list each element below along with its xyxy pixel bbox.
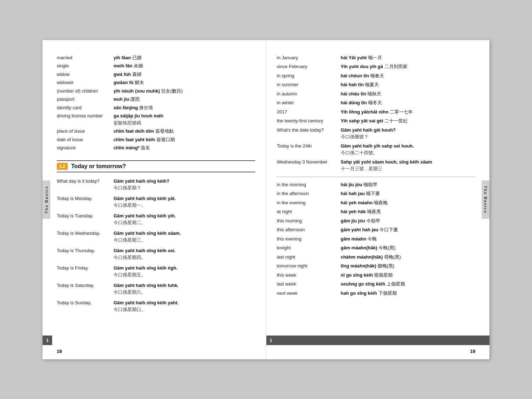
vocab-cantonese: gwāan fū 鰥夫 [113,79,255,86]
vocab-cantonese: gwá fúh 寡婦 [113,71,255,78]
time-vocab-row: this eveninggām máahn 今晚 [277,235,476,243]
right-vocab-cantonese: hái hah tīn 喺夏天 [341,81,476,88]
right-vocab-row: Today is the 24thGām yaht haih yih sahp … [277,143,476,156]
right-vocab-english: the twenty-first century [277,117,341,124]
section-badge: 1.2 [57,163,68,170]
right-vocab-cantonese: Sahp yāt yuht sāam houh, sīng kèih sāam十… [341,159,476,172]
time-vocab-cantonese: chàhm máahn(hāk) 尋晚(黑) [341,254,476,261]
vocab-row: (number of) childrenyih néuih (sou muhk)… [57,88,255,95]
divider [277,177,476,177]
time-vocab-row: in the morninghái jīu jóu 喺朝早 [277,181,476,188]
vocab-cantonese: yih néuih (sou muhk) 兒女(數目) [113,88,255,95]
vocab-english: identity card [57,104,113,111]
time-vocab-cantonese: gām máahn(hāk) 今晚(黑) [341,244,476,251]
right-vocab-cantonese: Gām yaht haih géi houh?今口係幾號？ [341,127,476,140]
dialog-english: What day is it today? [57,178,113,192]
time-vocab-english: this afternoon [277,226,341,233]
time-vocab-english: tonight [277,244,341,251]
right-vocab-row: Wednesday 3 NovemberSahp yāt yuht sāam h… [277,159,476,172]
time-vocab-cantonese: gām yaht hah jau 今口下晝 [341,226,476,233]
right-vocab-english: in summer [277,81,341,88]
vocab-cantonese: chīm méng* 簽名 [113,144,255,151]
right-vocab-cantonese: hái dūng tīn 喺冬天 [341,99,476,106]
right-vocab-english: 2017 [277,109,341,116]
vocab-english: single [57,62,113,70]
dialog-row: Today is Sunday.Gām yaht haih sīng kèih … [57,299,255,313]
time-vocab-cantonese: seuhng go sīng kèih 上個星期 [341,281,476,288]
page-number-left: 18 [57,349,62,354]
left-page: The Basics marriedyíh fāan 已婚singlemeih … [43,40,266,359]
right-vocab-english: in January [277,54,341,61]
time-vocab-row: last nightchàhm máahn(hāk) 尋晚(黑) [277,254,476,261]
vocab-cantonese: ga sáijāp jiu houh máh 駕駛執照號碼 [113,112,255,126]
time-vocab-english: last week [277,281,341,288]
dialog-english: Today is Sunday. [57,299,113,313]
time-vocab-row: last weekseuhng go sīng kèih 上個星期 [277,281,476,288]
right-vocab-english: since February [277,63,341,70]
dialog-english: Today is Thursday. [57,247,113,261]
right-vocab-row: in springhái chēun tīn 喺春天 [277,72,476,79]
time-vocab-english: next week [277,290,341,297]
time-vocab-english: this week [277,272,341,279]
time-vocab-cantonese: gām máahn 今晚 [341,235,476,243]
right-vocab-english: Wednesday 3 November [277,159,341,166]
right-vocab-table: in Januaryhái Yāt yuht 喺一月since February… [277,54,476,172]
dialog-row: Today is Wednesday.Gām yaht haih sīng kè… [57,230,255,244]
vocab-english: widower [57,79,113,86]
dialog-english: Today is Saturday. [57,282,113,296]
time-vocab-english: at night [277,208,341,215]
right-vocab-row: in winterhái dūng tīn 喺冬天 [277,99,476,106]
time-vocab-row: this morninggām jīu jóu 今朝早 [277,217,476,225]
vocab-english: widow [57,71,113,78]
dialog-english: Today is Friday. [57,265,113,278]
time-vocab-english: this morning [277,217,341,225]
vocab-english: signature [57,144,113,151]
time-vocab-cantonese: hah go sīng kèih 下個星期 [341,290,476,297]
page-number-right: 19 [470,349,475,354]
left-vocab-table: marriedyíh fāan 已婚singlemeih fān 未婚widow… [57,54,255,151]
vocab-cantonese: wuh jiu 護照 [113,96,255,103]
vocab-row: marriedyíh fāan 已婚 [57,54,255,61]
dialog-row: What day is it today?Gām yaht haih sīng … [57,178,255,192]
time-vocab-cantonese: gām jīu jóu 今朝早 [341,217,476,225]
dialog-row: Today is Friday.Gām yaht haih sīng kèih … [57,265,255,278]
right-vocab-cantonese: Yih lihng yātchāt nìhn 二零一七年 [341,109,476,116]
time-vocab-row: next weekhah go sīng kèih 下個星期 [277,290,476,297]
right-vocab-row: What's the date today?Gām yaht haih géi … [277,127,476,140]
section-header: 1.2 Today or tomorrow? [57,160,255,172]
time-vocab-row: in the eveninghái yeh máahn 喺夜晚 [277,199,476,206]
time-vocab-table: in the morninghái jīu jóu 喺朝早in the afte… [277,181,476,297]
book-spread: The Basics marriedyíh fāan 已婚singlemeih … [43,40,489,359]
time-vocab-cantonese: hái jīu jóu 喺朝早 [341,181,476,188]
time-vocab-english: in the evening [277,199,341,206]
dialog-cantonese: Gām yaht haih sīng kèih?今口係星期？ [113,178,255,192]
dialog-cantonese: Gām yaht haih sīng kèih yāt.今口係星期一。 [113,195,255,209]
dialog-row: Today is Monday.Gām yaht haih sīng kèih … [57,195,255,209]
time-vocab-row: tonightgām máahn(hāk) 今晚(黑) [277,244,476,251]
right-vocab-row: since FebruaryYih yuht dou yìh gā 二月到而家 [277,63,476,70]
right-vocab-row: in Januaryhái Yāt yuht 喺一月 [277,54,476,61]
vocab-row: passportwuh jiu 護照 [57,96,255,103]
right-vocab-english: in winter [277,99,341,106]
vocab-row: widowergwāan fū 鰥夫 [57,79,255,86]
dialog-row: Today is Thursday.Gām yaht haih sīng kèi… [57,247,255,261]
time-vocab-row: this weeknī go sīng kèih 呢個星期 [277,272,476,279]
dialog-cantonese: Gām yaht haih sīng kèih sei.今口係星期四。 [113,247,255,261]
vocab-english: place of issue [57,128,113,135]
left-side-tab: The Basics [43,180,50,218]
right-vocab-cantonese: hái chāu tīn 喺秋天 [341,90,476,98]
time-vocab-cantonese: hái yeh máahn 喺夜晚 [341,199,476,206]
right-vocab-cantonese: Yih yuht dou yìh gā 二月到而家 [341,63,476,70]
time-vocab-cantonese: tīng máahn(hāk) 聽晚(黑) [341,262,476,270]
time-vocab-cantonese: hái hah jau 喺下晝 [341,190,476,197]
vocab-cantonese: chīm faat yaht kèih 簽發口期 [113,136,255,143]
right-side-tab: The Basics [482,180,489,218]
time-vocab-row: tomorrow nighttīng máahn(hāk) 聽晚(黑) [277,262,476,270]
dialog-row: Today is Saturday.Gām yaht haih sīng kèi… [57,282,255,296]
time-vocab-cantonese: nī go sīng kèih 呢個星期 [341,272,476,279]
time-vocab-row: in the afternoonhái hah jau 喺下晝 [277,190,476,197]
dialog-english: Today is Wednesday. [57,230,113,244]
dialog-cantonese: Gām yaht haih sīng kèih yih.今口係星期二。 [113,212,255,226]
dialog-cantonese: Gām yaht haih sīng kèih ńgh.今口係星期五。 [113,265,255,278]
right-vocab-row: the twenty-first centuryYih sahp yāt sai… [277,117,476,124]
